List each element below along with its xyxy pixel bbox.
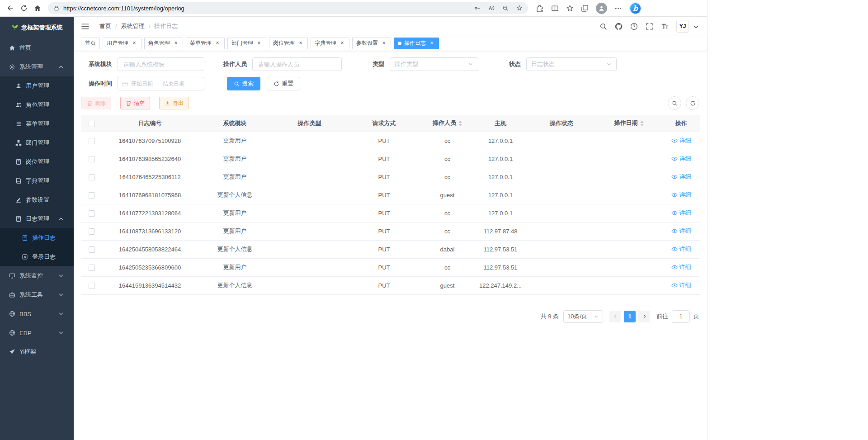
browser-home-button[interactable] (31, 1, 44, 15)
tab-role-mgmt[interactable]: 角色管理× (144, 38, 183, 49)
type-select[interactable]: 操作类型 (390, 57, 478, 71)
sort-caret[interactable] (458, 119, 462, 128)
collapse-sidebar-icon[interactable] (81, 22, 90, 31)
user-logo-badge[interactable]: YJ (676, 20, 689, 33)
sidebar-item-home[interactable]: 首页 (0, 38, 74, 57)
breadcrumb-system-mgmt[interactable]: 系统管理 (121, 22, 145, 30)
profile-avatar[interactable] (596, 3, 607, 14)
sidebar-item-dept-mgmt[interactable]: 部门管理 (0, 133, 74, 152)
detail-link[interactable]: 详细 (671, 173, 691, 181)
clear-button[interactable]: 清空 (120, 97, 150, 109)
browser-back-button[interactable] (4, 1, 17, 15)
row-checkbox[interactable] (89, 246, 95, 253)
sidebar-item-bbs[interactable]: BBS (0, 304, 74, 323)
refresh-table-button[interactable] (686, 96, 699, 110)
reset-button[interactable]: 重置 (267, 77, 300, 90)
sidebar-item-user-mgmt[interactable]: 用户管理 (0, 76, 74, 95)
tab-menu-mgmt[interactable]: 菜单管理× (186, 38, 225, 49)
fullscreen-icon[interactable] (646, 23, 653, 30)
sidebar-item-param-settings[interactable]: 参数设置 (0, 190, 74, 209)
tab-close-icon[interactable]: × (214, 40, 221, 47)
sidebar-item-log-mgmt[interactable]: 日志管理 (0, 209, 74, 228)
tab-user-mgmt[interactable]: 用户管理× (103, 38, 142, 49)
export-button[interactable]: 导出 (159, 97, 189, 109)
sidebar-item-login-log[interactable]: 登录日志 (0, 247, 74, 266)
detail-link[interactable]: 详细 (671, 155, 691, 163)
row-checkbox[interactable] (89, 192, 95, 199)
sidebar-item-menu-mgmt[interactable]: 菜单管理 (0, 114, 74, 133)
status-select[interactable]: 日志状态 (526, 57, 617, 71)
zoom-out-icon[interactable] (502, 5, 509, 11)
date-range-input[interactable]: 开始日期 - 结束日期 (118, 77, 204, 90)
column-header[interactable]: 操作人员 (421, 115, 473, 132)
app-logo[interactable]: 意框架管理系统 (0, 17, 74, 38)
sidebar-item-system-monitor[interactable]: 系统监控 (0, 266, 74, 285)
breadcrumb-home[interactable]: 首页 (99, 22, 111, 30)
row-checkbox[interactable] (89, 210, 95, 217)
sidebar-item-oper-log[interactable]: 操作日志 (0, 228, 74, 247)
row-checkbox[interactable] (89, 174, 95, 180)
tab-dict-mgmt[interactable]: 字典管理× (311, 38, 349, 49)
detail-link[interactable]: 详细 (671, 137, 691, 145)
extensions-icon[interactable] (536, 5, 544, 12)
sidebar-item-yi-framework[interactable]: Yi框架 (0, 342, 74, 361)
bing-button[interactable]: b (629, 2, 642, 14)
tab-dept-mgmt[interactable]: 部门管理× (227, 38, 266, 49)
sidebar-item-system-tools[interactable]: 系统工具 (0, 285, 74, 304)
module-input[interactable] (118, 57, 204, 71)
github-icon[interactable] (615, 23, 623, 30)
tab-close-icon[interactable]: × (297, 40, 304, 47)
add-favorite-icon[interactable] (516, 5, 523, 11)
read-aloud-icon[interactable] (488, 5, 495, 11)
delete-button[interactable]: 删除 (81, 97, 111, 109)
tab-param-settings[interactable]: 参数设置× (352, 38, 391, 49)
column-header[interactable]: 操作日期 (595, 115, 662, 132)
next-page-button[interactable] (638, 311, 650, 322)
sidebar-item-dict-mgmt[interactable]: 字典管理 (0, 171, 74, 190)
font-size-icon[interactable] (661, 23, 669, 30)
search-button[interactable]: 搜索 (227, 77, 260, 90)
prev-page-button[interactable] (609, 311, 621, 322)
user-menu-caret-icon[interactable] (692, 23, 700, 31)
sort-caret[interactable] (640, 119, 644, 128)
tab-close-icon[interactable]: × (429, 40, 435, 47)
row-checkbox[interactable] (89, 283, 95, 289)
tab-close-icon[interactable]: × (131, 40, 137, 47)
browser-refresh-button[interactable] (17, 1, 31, 15)
row-checkbox[interactable] (89, 228, 95, 235)
collections-icon[interactable] (581, 5, 589, 12)
tab-post-mgmt[interactable]: 岗位管理× (269, 38, 308, 49)
tab-close-icon[interactable]: × (381, 40, 387, 47)
row-checkbox[interactable] (89, 265, 95, 271)
tab-close-icon[interactable]: × (339, 40, 345, 47)
page-number-1[interactable]: 1 (624, 311, 636, 322)
operator-input[interactable] (252, 57, 342, 71)
detail-link[interactable]: 详细 (671, 209, 691, 217)
row-checkbox[interactable] (89, 156, 95, 162)
password-key-icon[interactable] (474, 5, 481, 11)
sidebar-item-system-mgmt[interactable]: 系统管理 (0, 57, 74, 76)
tab-close-icon[interactable]: × (173, 40, 179, 47)
more-options-icon[interactable] (614, 5, 622, 12)
tab-close-icon[interactable]: × (256, 40, 262, 47)
favorites-icon[interactable] (566, 5, 574, 12)
tab-home[interactable]: 首页 (81, 38, 100, 49)
split-screen-icon[interactable] (551, 5, 559, 12)
tab-oper-log[interactable]: 操作日志× (394, 38, 439, 49)
goto-page-input[interactable] (672, 310, 690, 323)
detail-link[interactable]: 详细 (671, 263, 691, 271)
help-icon[interactable] (630, 23, 638, 30)
address-bar[interactable]: https://ccnetcore.com:1101/system/log/op… (48, 2, 528, 14)
toggle-search-button[interactable] (668, 96, 681, 110)
detail-link[interactable]: 详细 (671, 191, 691, 199)
header-search-icon[interactable] (599, 23, 607, 30)
sidebar-item-post-mgmt[interactable]: 岗位管理 (0, 152, 74, 171)
sidebar-item-erp[interactable]: ERP (0, 323, 74, 342)
page-size-select[interactable]: 10条/页 (563, 310, 603, 323)
row-checkbox[interactable] (89, 138, 95, 144)
select-all-checkbox[interactable] (89, 121, 95, 127)
detail-link[interactable]: 详细 (671, 245, 691, 253)
detail-link[interactable]: 详细 (671, 227, 691, 235)
sidebar-item-role-mgmt[interactable]: 角色管理 (0, 95, 74, 114)
detail-link[interactable]: 详细 (671, 281, 691, 289)
